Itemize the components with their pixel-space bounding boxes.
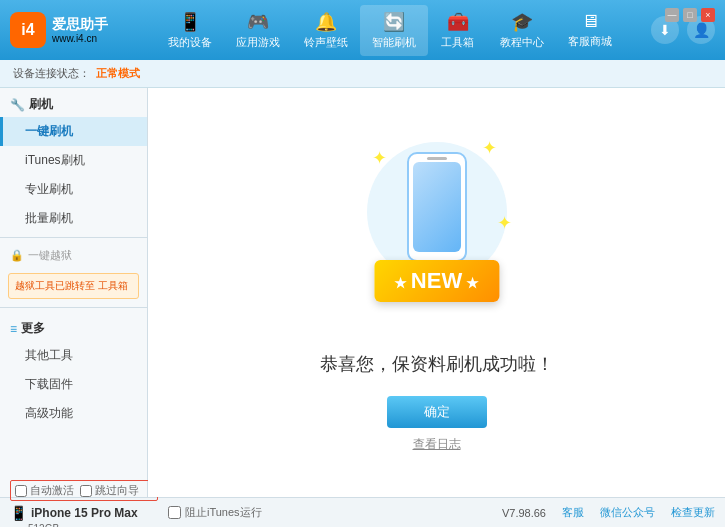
sidebar-disabled-jailbreak: 🔒 一键越狱 — [0, 242, 147, 269]
tab-my-device[interactable]: 📱 我的设备 — [156, 5, 224, 56]
auto-activate-checkbox-label[interactable]: 自动激活 — [15, 483, 74, 498]
phone-screen — [413, 162, 461, 252]
auto-activate-checkbox[interactable] — [15, 485, 27, 497]
auto-activate-row: 自动激活 跳过向导 — [10, 480, 158, 501]
my-device-icon: 📱 — [179, 11, 201, 33]
tab-service-label: 客服商城 — [568, 34, 612, 49]
smart-flash-icon: 🔄 — [383, 11, 405, 33]
more-section-label: 更多 — [21, 320, 45, 337]
tab-ringtone-label: 铃声壁纸 — [304, 35, 348, 50]
tab-my-device-label: 我的设备 — [168, 35, 212, 50]
time-guide-checkbox-label[interactable]: 跳过向导 — [80, 483, 139, 498]
time-guide-checkbox[interactable] — [80, 485, 92, 497]
tab-app-games[interactable]: 🎮 应用游戏 — [224, 5, 292, 56]
success-illustration: ✦ ✦ ✦ NEW — [347, 132, 527, 332]
device-phone-icon: 📱 — [10, 505, 27, 521]
breadcrumb-prefix: 设备连接状态： — [13, 66, 90, 81]
sparkle-2: ✦ — [482, 137, 497, 159]
time-guide-label: 跳过向导 — [95, 483, 139, 498]
tutorials-icon: 🎓 — [511, 11, 533, 33]
service-icon: 🖥 — [581, 11, 599, 32]
breadcrumb: 设备连接状态： 正常模式 — [0, 60, 725, 88]
sparkle-1: ✦ — [372, 147, 387, 169]
more-section-icon: ≡ — [10, 322, 17, 336]
check-update-link[interactable]: 检查更新 — [671, 505, 715, 520]
phone-speaker — [427, 157, 447, 160]
close-button[interactable]: × — [701, 8, 715, 22]
disabled-label: 一键越狱 — [28, 248, 72, 263]
itunes-checkbox[interactable] — [168, 506, 181, 519]
tab-service[interactable]: 🖥 客服商城 — [556, 5, 624, 55]
sidebar-item-other-tools[interactable]: 其他工具 — [0, 341, 147, 370]
header: i4 爱思助手 www.i4.cn 📱 我的设备 🎮 应用游戏 🔔 铃声壁纸 🔄… — [0, 0, 725, 60]
app-games-icon: 🎮 — [247, 11, 269, 33]
sidebar: 🔧 刷机 一键刷机 iTunes刷机 专业刷机 批量刷机 🔒 一键越狱 越狱工具… — [0, 88, 148, 497]
ringtone-icon: 🔔 — [315, 11, 337, 33]
flash-section-title: 🔧 刷机 — [0, 88, 147, 117]
device-name: iPhone 15 Pro Max — [31, 506, 138, 520]
customer-service-link[interactable]: 客服 — [562, 505, 584, 520]
sidebar-item-download-firmware[interactable]: 下载固件 — [0, 370, 147, 399]
confirm-button[interactable]: 确定 — [387, 396, 487, 428]
sidebar-divider-2 — [0, 307, 147, 308]
tab-tutorials-label: 教程中心 — [500, 35, 544, 50]
tab-smart-flash-label: 智能刷机 — [372, 35, 416, 50]
sidebar-item-one-key-flash[interactable]: 一键刷机 — [0, 117, 147, 146]
sidebar-note: 越狱工具已跳转至 工具箱 — [8, 273, 139, 299]
tab-toolbox-label: 工具箱 — [441, 35, 474, 50]
main-area: 🔧 刷机 一键刷机 iTunes刷机 专业刷机 批量刷机 🔒 一键越狱 越狱工具… — [0, 88, 725, 497]
device-info-row: 📱 iPhone 15 Pro Max — [10, 503, 158, 523]
content-area: ✦ ✦ ✦ NEW 恭喜您，保资料刷机成功啦！ 确定 查看日志 — [148, 88, 725, 497]
flash-section-icon: 🔧 — [10, 98, 25, 112]
logo-name: 爱思助手 — [52, 16, 108, 33]
phone-shape — [407, 152, 467, 262]
logo-text: 爱思助手 www.i4.cn — [52, 16, 108, 44]
device-storage: 512GB — [10, 523, 158, 527]
tab-smart-flash[interactable]: 🔄 智能刷机 — [360, 5, 428, 56]
success-title: 恭喜您，保资料刷机成功啦！ — [320, 352, 554, 376]
minimize-button[interactable]: — — [665, 8, 679, 22]
sidebar-item-batch-flash[interactable]: 批量刷机 — [0, 204, 147, 233]
flash-section-label: 刷机 — [29, 96, 53, 113]
version-text: V7.98.66 — [502, 507, 546, 519]
lock-icon: 🔒 — [10, 249, 24, 262]
nav-tabs: 📱 我的设备 🎮 应用游戏 🔔 铃声壁纸 🔄 智能刷机 🧰 工具箱 🎓 — [128, 5, 651, 56]
sidebar-item-itunes-flash[interactable]: iTunes刷机 — [0, 146, 147, 175]
breadcrumb-status: 正常模式 — [96, 66, 140, 81]
logo-area: i4 爱思助手 www.i4.cn — [10, 12, 108, 48]
tab-app-games-label: 应用游戏 — [236, 35, 280, 50]
sidebar-item-advanced[interactable]: 高级功能 — [0, 399, 147, 428]
tab-tutorials[interactable]: 🎓 教程中心 — [488, 5, 556, 56]
maximize-button[interactable]: □ — [683, 8, 697, 22]
log-link[interactable]: 查看日志 — [413, 436, 461, 453]
sparkle-3: ✦ — [497, 212, 512, 234]
bottom-right: V7.98.66 客服 微信公众号 检查更新 — [502, 505, 715, 520]
logo-icon: i4 — [10, 12, 46, 48]
itunes-label: 阻止iTunes运行 — [185, 505, 262, 520]
more-section-title: ≡ 更多 — [0, 312, 147, 341]
wechat-link[interactable]: 微信公众号 — [600, 505, 655, 520]
sidebar-item-pro-flash[interactable]: 专业刷机 — [0, 175, 147, 204]
toolbox-icon: 🧰 — [447, 11, 469, 33]
sidebar-divider-1 — [0, 237, 147, 238]
bottom-bar: 自动激活 跳过向导 📱 iPhone 15 Pro Max 512GB iPho… — [0, 497, 725, 527]
bottom-left: 自动激活 跳过向导 📱 iPhone 15 Pro Max 512GB iPho… — [10, 480, 158, 527]
auto-activate-label: 自动激活 — [30, 483, 74, 498]
tab-ringtone[interactable]: 🔔 铃声壁纸 — [292, 5, 360, 56]
logo-sub: www.i4.cn — [52, 33, 108, 44]
tab-toolbox[interactable]: 🧰 工具箱 — [428, 5, 488, 56]
new-banner: NEW — [374, 260, 499, 302]
bottom-center: 阻止iTunes运行 — [158, 505, 502, 520]
itunes-row: 阻止iTunes运行 — [168, 505, 262, 520]
